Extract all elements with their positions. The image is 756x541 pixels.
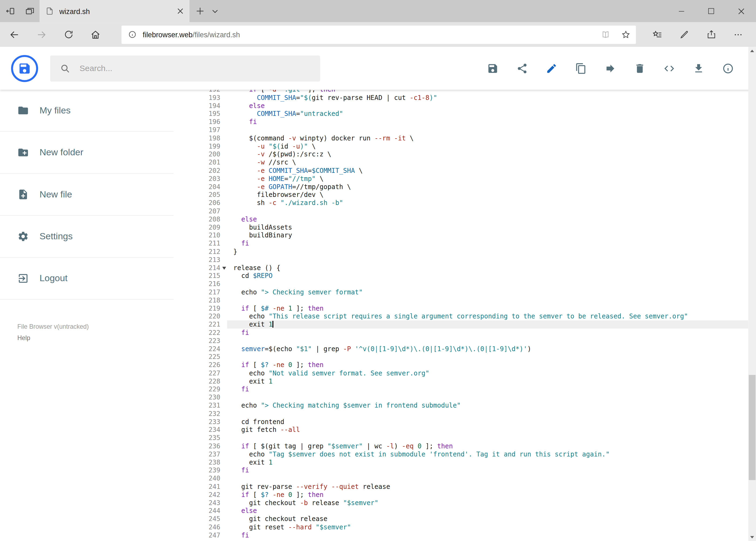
minimize-button[interactable] [666,0,696,22]
new-tab-icon[interactable] [196,7,204,15]
code-line[interactable]: 230 [193,393,748,401]
reading-view-icon[interactable] [596,25,616,44]
delete-icon[interactable] [634,62,645,74]
code-line[interactable]: 224 semver=$(echo "$1" | grep -P '^v(0|[… [193,345,748,353]
code-line[interactable]: 231 echo "> Checking matching $semver in… [193,401,748,409]
tabs-set-aside-icon[interactable] [25,6,35,16]
address-bar[interactable]: filebrowser.web/files/wizard.sh [122,25,636,44]
back-icon[interactable] [5,25,24,44]
tab-preview-chevron-icon[interactable] [212,8,218,15]
code-line[interactable]: 246 git reset --hard "$semver" [193,523,748,531]
info-icon[interactable] [722,62,734,74]
code-line[interactable]: 227 echo "Not valid semver format. See s… [193,369,748,377]
sidebar-item-logout[interactable]: Logout [0,258,173,299]
code-line[interactable]: 225 [193,353,748,361]
code-line[interactable]: 204 -e GOPATH=//tmp/gopath \ [193,183,748,191]
code-line[interactable]: 229 fi [193,385,748,393]
page-scrollbar[interactable] [748,47,756,541]
code-line[interactable]: 245 git checkout release [193,515,748,523]
code-line[interactable]: 226 if [ $? -ne 0 ]; then [193,361,748,369]
code-line[interactable]: 216 [193,280,748,288]
code-line[interactable]: 195 COMMIT_SHA="untracked" [193,110,748,118]
more-options-icon[interactable] [728,25,748,44]
tab-close-icon[interactable] [177,8,183,14]
code-line[interactable]: 218 [193,296,748,304]
code-line[interactable]: 238 exit 1 [193,458,748,466]
code-line[interactable]: 211 fi [193,239,748,248]
code-line[interactable]: 208 else [193,215,748,223]
code-line[interactable]: 202 -e COMMIT_SHA=$COMMIT_SHA \ [193,166,748,175]
code-line[interactable]: 219 if [ $# -ne 1 ]; then [193,304,748,312]
code-line[interactable]: 237 echo "Tag $semver does not exist in … [193,450,748,458]
close-window-button[interactable] [726,0,756,22]
code-line[interactable]: 205 filebrowser/dev \ [193,191,748,199]
refresh-icon[interactable] [59,25,78,44]
site-info-icon[interactable] [122,31,143,39]
code-line[interactable]: 228 exit 1 [193,377,748,385]
code-line[interactable]: 196 fi [193,118,748,126]
search-input[interactable] [79,63,293,74]
code-line[interactable]: 222 fi [193,328,748,336]
help-link[interactable]: Help [17,333,193,343]
code-line[interactable]: 241 git rev-parse --verify --quiet relea… [193,482,748,490]
home-icon[interactable] [86,25,105,44]
fold-marker-icon[interactable] [222,267,226,270]
filebrowser-logo-icon[interactable] [11,55,38,82]
code-line[interactable]: 210 buildBinary [193,231,748,239]
code-line[interactable]: 247 fi [193,531,748,539]
code-line[interactable]: 220 echo "This release script requires a… [193,312,748,320]
set-tabs-aside-icon[interactable] [6,6,15,16]
share-icon[interactable] [516,62,528,74]
save-icon[interactable] [487,62,499,74]
code-line[interactable]: 192 if [ -d ".git" ]; then [193,90,748,94]
maximize-button[interactable] [696,0,726,22]
add-favorite-star-icon[interactable] [616,25,636,44]
move-icon[interactable] [605,62,616,74]
sidebar-item-my-files[interactable]: My files [0,90,173,132]
browser-tab[interactable]: wizard.sh [39,0,189,22]
code-view-icon[interactable] [663,62,675,74]
code-line[interactable]: 203 -e HOME="//tmp" \ [193,175,748,183]
scroll-up-arrow-icon[interactable] [748,47,756,55]
annotate-pen-icon[interactable] [674,25,694,44]
code-line[interactable]: 234 git fetch --all [193,426,748,434]
search-box[interactable] [50,55,320,81]
sidebar-item-settings[interactable]: Settings [0,216,173,258]
code-line[interactable]: 200 -v /$(pwd):/src:z \ [193,150,748,158]
code-line[interactable]: 215 cd $REPO [193,272,748,280]
share-page-icon[interactable] [701,25,721,44]
edit-pencil-icon[interactable] [546,62,557,74]
hub-favorites-icon[interactable] [647,25,667,44]
code-line[interactable]: 199 -u "$(id -u)" \ [193,142,748,150]
code-editor[interactable]: 192 if [ -d ".git" ]; then193 COMMIT_SHA… [193,90,748,541]
code-line[interactable]: 214release () { [193,264,748,272]
code-line[interactable]: 244 else [193,507,748,515]
code-line[interactable]: 209 buildAssets [193,223,748,231]
code-line[interactable]: 233 cd frontend [193,417,748,426]
code-line[interactable]: 235 [193,434,748,442]
copy-icon[interactable] [575,62,587,74]
code-line[interactable]: 198 $(command -v winpty) docker run --rm… [193,134,748,142]
sidebar-item-new-folder[interactable]: New folder [0,132,173,174]
code-line[interactable]: 223 [193,336,748,345]
download-icon[interactable] [693,62,704,74]
scroll-down-arrow-icon[interactable] [748,533,756,541]
forward-icon[interactable] [32,25,51,44]
code-line[interactable]: 212} [193,248,748,256]
scrollbar-thumb[interactable] [749,375,755,480]
code-line[interactable]: 197 [193,126,748,134]
sidebar-item-new-file[interactable]: New file [0,174,173,216]
code-line[interactable]: 194 else [193,102,748,110]
code-line[interactable]: 239 fi [193,466,748,474]
code-line[interactable]: 213 [193,256,748,264]
code-line[interactable]: 206 sh -c "./wizard.sh -b" [193,199,748,207]
code-line[interactable]: 243 git checkout -b release "$semver" [193,499,748,507]
code-line[interactable]: 221 exit 1 [193,320,748,328]
code-line[interactable]: 217 echo "> Checking semver format" [193,288,748,296]
code-line[interactable]: 236 if [ $(git tag | grep "$semver" | wc… [193,442,748,450]
code-line[interactable]: 232 [193,409,748,417]
code-line[interactable]: 242 if [ $? -ne 0 ]; then [193,490,748,499]
code-line[interactable]: 207 [193,207,748,215]
code-line[interactable]: 201 -w //src \ [193,158,748,166]
code-line[interactable]: 193 COMMIT_SHA="$(git rev-parse HEAD | c… [193,94,748,102]
